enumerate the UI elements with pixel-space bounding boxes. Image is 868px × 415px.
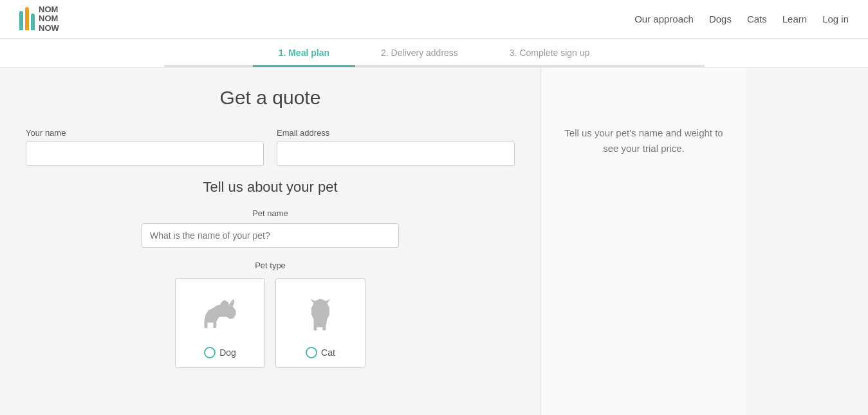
svg-point-2 xyxy=(322,308,324,311)
pet-option-cat[interactable]: Cat xyxy=(275,278,365,368)
knife-icon xyxy=(25,7,29,30)
your-name-input[interactable] xyxy=(26,142,264,166)
pet-type-section: Pet type xyxy=(26,261,515,368)
logo[interactable]: NOM NOM NOW xyxy=(19,5,59,33)
form-title: Get a quote xyxy=(26,87,515,109)
pet-type-options: Dog xyxy=(175,278,365,368)
email-group: Email address xyxy=(277,128,515,166)
dog-icon xyxy=(194,289,246,340)
cat-radio[interactable] xyxy=(306,347,317,358)
pet-name-input[interactable] xyxy=(142,223,399,248)
your-name-group: Your name xyxy=(26,128,264,166)
sidebar: Tell us your pet's name and weight to se… xyxy=(540,68,746,415)
cat-radio-row: Cat xyxy=(306,347,335,358)
pet-type-label: Pet type xyxy=(255,261,286,270)
nav-login[interactable]: Log in xyxy=(822,14,849,24)
step-meal-plan[interactable]: 1. Meal plan xyxy=(253,39,355,67)
email-label: Email address xyxy=(277,128,515,138)
dog-label: Dog xyxy=(219,347,236,358)
logo-icon xyxy=(19,7,35,30)
pet-name-group: Pet name xyxy=(26,208,515,248)
dog-radio-row: Dog xyxy=(204,347,236,358)
nav-learn[interactable]: Learn xyxy=(782,14,807,24)
form-area: Get a quote Your name Email address Tell… xyxy=(0,68,540,415)
step-delivery-address[interactable]: 2. Delivery address xyxy=(355,39,484,67)
nav-our-approach[interactable]: Our approach xyxy=(634,14,694,24)
progress-bar: 1. Meal plan 2. Delivery address 3. Comp… xyxy=(164,39,705,67)
dog-radio-inner xyxy=(207,350,212,355)
cat-label: Cat xyxy=(321,347,335,358)
cat-icon xyxy=(295,289,346,340)
step-complete-signup[interactable]: 3. Complete sign up xyxy=(484,39,616,67)
email-input[interactable] xyxy=(277,142,515,166)
nav-dogs[interactable]: Dogs xyxy=(709,14,732,24)
your-name-label: Your name xyxy=(26,128,264,138)
svg-point-1 xyxy=(317,308,319,311)
pet-option-dog[interactable]: Dog xyxy=(175,278,265,368)
main-layout: Get a quote Your name Email address Tell… xyxy=(0,68,868,415)
site-header: NOM NOM NOW Our approach Dogs Cats Learn… xyxy=(0,0,868,39)
pet-name-label: Pet name xyxy=(252,208,288,218)
main-nav: Our approach Dogs Cats Learn Log in xyxy=(634,14,849,24)
name-email-row: Your name Email address xyxy=(26,128,515,166)
pet-section-title: Tell us about your pet xyxy=(26,179,515,196)
spoon-icon xyxy=(31,14,35,30)
progress-bar-container: 1. Meal plan 2. Delivery address 3. Comp… xyxy=(0,39,868,68)
nav-cats[interactable]: Cats xyxy=(747,14,767,24)
logo-text: NOM NOM NOW xyxy=(39,5,59,33)
dog-radio[interactable] xyxy=(204,347,216,358)
svg-point-0 xyxy=(229,304,231,306)
sidebar-text: Tell us your pet's name and weight to se… xyxy=(560,125,727,156)
fork-icon xyxy=(19,11,23,30)
cat-radio-inner xyxy=(309,350,314,355)
